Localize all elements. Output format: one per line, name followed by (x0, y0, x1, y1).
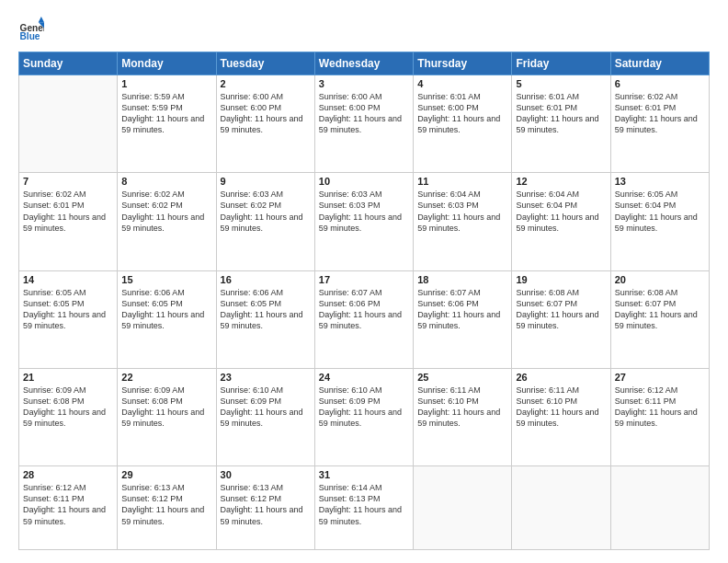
day-cell: 21Sunrise: 6:09 AM Sunset: 6:08 PM Dayli… (19, 368, 118, 465)
day-info: Sunrise: 6:01 AM Sunset: 6:00 PM Dayligh… (417, 91, 507, 136)
day-info: Sunrise: 6:07 AM Sunset: 6:06 PM Dayligh… (417, 287, 507, 332)
day-number: 3 (319, 78, 409, 89)
day-number: 21 (23, 372, 113, 383)
header: General Blue (18, 17, 710, 42)
day-info: Sunrise: 6:10 AM Sunset: 6:09 PM Dayligh… (319, 385, 409, 430)
day-info: Sunrise: 6:07 AM Sunset: 6:06 PM Dayligh… (319, 287, 409, 332)
week-row-5: 28Sunrise: 6:12 AM Sunset: 6:11 PM Dayli… (19, 466, 710, 550)
day-cell: 10Sunrise: 6:03 AM Sunset: 6:03 PM Dayli… (314, 173, 413, 270)
day-info: Sunrise: 6:10 AM Sunset: 6:09 PM Dayligh… (221, 385, 311, 430)
day-number: 4 (417, 78, 507, 89)
day-info: Sunrise: 6:09 AM Sunset: 6:08 PM Dayligh… (23, 385, 113, 430)
day-number: 1 (121, 78, 211, 89)
day-number: 13 (615, 176, 705, 187)
day-cell: 12Sunrise: 6:04 AM Sunset: 6:04 PM Dayli… (512, 173, 610, 270)
weekday-header-friday: Friday (512, 52, 610, 75)
day-cell: 28Sunrise: 6:12 AM Sunset: 6:11 PM Dayli… (19, 466, 118, 550)
day-number: 9 (221, 176, 311, 187)
day-info: Sunrise: 6:11 AM Sunset: 6:10 PM Dayligh… (516, 385, 606, 430)
day-cell: 29Sunrise: 6:13 AM Sunset: 6:12 PM Dayli… (118, 466, 216, 550)
day-cell: 23Sunrise: 6:10 AM Sunset: 6:09 PM Dayli… (216, 368, 314, 465)
day-cell: 1Sunrise: 5:59 AM Sunset: 5:59 PM Daylig… (118, 75, 216, 173)
weekday-header-monday: Monday (118, 52, 216, 75)
day-number: 28 (23, 469, 113, 480)
day-number: 24 (319, 372, 409, 383)
day-number: 10 (319, 176, 409, 187)
day-info: Sunrise: 5:59 AM Sunset: 5:59 PM Dayligh… (121, 91, 211, 136)
day-number: 25 (417, 372, 507, 383)
day-info: Sunrise: 6:09 AM Sunset: 6:08 PM Dayligh… (121, 385, 211, 430)
day-number: 5 (516, 78, 606, 89)
day-cell: 18Sunrise: 6:07 AM Sunset: 6:06 PM Dayli… (414, 270, 512, 368)
day-cell: 22Sunrise: 6:09 AM Sunset: 6:08 PM Dayli… (118, 368, 216, 465)
day-number: 22 (121, 372, 211, 383)
day-number: 11 (417, 176, 507, 187)
week-row-1: 1Sunrise: 5:59 AM Sunset: 5:59 PM Daylig… (19, 75, 710, 173)
day-info: Sunrise: 6:12 AM Sunset: 6:11 PM Dayligh… (615, 385, 705, 430)
day-number: 15 (121, 274, 211, 285)
day-cell: 30Sunrise: 6:13 AM Sunset: 6:12 PM Dayli… (216, 466, 314, 550)
day-info: Sunrise: 6:04 AM Sunset: 6:04 PM Dayligh… (516, 189, 606, 234)
day-cell: 7Sunrise: 6:02 AM Sunset: 6:01 PM Daylig… (19, 173, 118, 270)
day-info: Sunrise: 6:02 AM Sunset: 6:01 PM Dayligh… (615, 91, 705, 136)
day-number: 2 (221, 78, 311, 89)
day-cell: 2Sunrise: 6:00 AM Sunset: 6:00 PM Daylig… (216, 75, 314, 173)
day-cell (512, 466, 610, 550)
day-cell: 3Sunrise: 6:00 AM Sunset: 6:00 PM Daylig… (314, 75, 413, 173)
day-info: Sunrise: 6:00 AM Sunset: 6:00 PM Dayligh… (319, 91, 409, 136)
day-info: Sunrise: 6:02 AM Sunset: 6:01 PM Dayligh… (23, 189, 113, 234)
day-number: 8 (121, 176, 211, 187)
day-number: 23 (221, 372, 311, 383)
day-number: 27 (615, 372, 705, 383)
day-number: 26 (516, 372, 606, 383)
day-cell (610, 466, 709, 550)
day-number: 14 (23, 274, 113, 285)
day-cell: 4Sunrise: 6:01 AM Sunset: 6:00 PM Daylig… (414, 75, 512, 173)
day-number: 16 (221, 274, 311, 285)
day-number: 6 (615, 78, 705, 89)
week-row-4: 21Sunrise: 6:09 AM Sunset: 6:08 PM Dayli… (19, 368, 710, 465)
day-info: Sunrise: 6:08 AM Sunset: 6:07 PM Dayligh… (516, 287, 606, 332)
day-info: Sunrise: 6:06 AM Sunset: 6:05 PM Dayligh… (121, 287, 211, 332)
day-number: 18 (417, 274, 507, 285)
day-cell: 9Sunrise: 6:03 AM Sunset: 6:02 PM Daylig… (216, 173, 314, 270)
day-cell: 16Sunrise: 6:06 AM Sunset: 6:05 PM Dayli… (216, 270, 314, 368)
day-cell: 31Sunrise: 6:14 AM Sunset: 6:13 PM Dayli… (314, 466, 413, 550)
day-cell: 8Sunrise: 6:02 AM Sunset: 6:02 PM Daylig… (118, 173, 216, 270)
day-info: Sunrise: 6:12 AM Sunset: 6:11 PM Dayligh… (23, 482, 113, 527)
weekday-header-tuesday: Tuesday (216, 52, 314, 75)
day-info: Sunrise: 6:11 AM Sunset: 6:10 PM Dayligh… (417, 385, 507, 430)
day-info: Sunrise: 6:01 AM Sunset: 6:01 PM Dayligh… (516, 91, 606, 136)
day-cell: 19Sunrise: 6:08 AM Sunset: 6:07 PM Dayli… (512, 270, 610, 368)
day-cell (414, 466, 512, 550)
day-number: 7 (23, 176, 113, 187)
day-number: 20 (615, 274, 705, 285)
week-row-2: 7Sunrise: 6:02 AM Sunset: 6:01 PM Daylig… (19, 173, 710, 270)
day-cell: 13Sunrise: 6:05 AM Sunset: 6:04 PM Dayli… (610, 173, 709, 270)
svg-marker-2 (39, 17, 44, 22)
day-info: Sunrise: 6:05 AM Sunset: 6:05 PM Dayligh… (23, 287, 113, 332)
week-row-3: 14Sunrise: 6:05 AM Sunset: 6:05 PM Dayli… (19, 270, 710, 368)
day-cell: 17Sunrise: 6:07 AM Sunset: 6:06 PM Dayli… (314, 270, 413, 368)
day-info: Sunrise: 6:04 AM Sunset: 6:03 PM Dayligh… (417, 189, 507, 234)
day-info: Sunrise: 6:02 AM Sunset: 6:02 PM Dayligh… (121, 189, 211, 234)
day-info: Sunrise: 6:03 AM Sunset: 6:03 PM Dayligh… (319, 189, 409, 234)
weekday-header-sunday: Sunday (19, 52, 118, 75)
day-info: Sunrise: 6:00 AM Sunset: 6:00 PM Dayligh… (221, 91, 311, 136)
day-cell: 6Sunrise: 6:02 AM Sunset: 6:01 PM Daylig… (610, 75, 709, 173)
day-number: 30 (221, 469, 311, 480)
day-cell: 27Sunrise: 6:12 AM Sunset: 6:11 PM Dayli… (610, 368, 709, 465)
day-cell: 14Sunrise: 6:05 AM Sunset: 6:05 PM Dayli… (19, 270, 118, 368)
logo: General Blue (18, 17, 48, 42)
day-number: 31 (319, 469, 409, 480)
weekday-header-saturday: Saturday (610, 52, 709, 75)
weekday-header-thursday: Thursday (414, 52, 512, 75)
calendar-page: General Blue SundayMondayTuesdayWednesda… (0, 0, 728, 563)
day-cell: 5Sunrise: 6:01 AM Sunset: 6:01 PM Daylig… (512, 75, 610, 173)
day-cell: 11Sunrise: 6:04 AM Sunset: 6:03 PM Dayli… (414, 173, 512, 270)
day-number: 29 (121, 469, 211, 480)
day-cell: 25Sunrise: 6:11 AM Sunset: 6:10 PM Dayli… (414, 368, 512, 465)
day-cell (19, 75, 118, 173)
svg-text:Blue: Blue (20, 31, 40, 41)
day-info: Sunrise: 6:05 AM Sunset: 6:04 PM Dayligh… (615, 189, 705, 234)
